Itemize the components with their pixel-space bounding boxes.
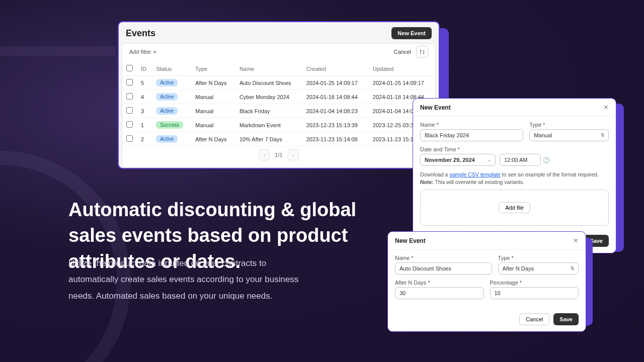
new-event-button[interactable]: New Event xyxy=(391,27,432,39)
modal2-type-label: Type * xyxy=(498,255,579,261)
cell-type: After N Days xyxy=(191,76,235,90)
col-updated: Updated xyxy=(369,62,435,76)
row-checkbox[interactable] xyxy=(126,121,133,128)
add-filter-label: Add filter xyxy=(129,49,151,55)
table-row[interactable]: 5 Active After N Days Auto Discount Shoe… xyxy=(122,76,435,90)
cell-name: Auto Discount Shoes xyxy=(235,76,302,90)
file-dropzone[interactable]: Add file xyxy=(420,190,609,226)
status-badge: Active xyxy=(156,107,178,115)
events-title: Events xyxy=(126,28,155,39)
cell-created: 2024-01-04 14:08:23 xyxy=(302,104,369,118)
cell-type: Manual xyxy=(191,90,235,104)
cell-id: 4 xyxy=(137,90,152,104)
modal2-close-button[interactable]: ✕ xyxy=(573,237,579,244)
clock-icon: 🕐 xyxy=(543,157,550,163)
cell-created: 2023-11-23 15:14:08 xyxy=(302,132,369,146)
events-table: ID Status Type Name Created Updated 5 Ac… xyxy=(122,62,435,146)
marketing-subtext: Utilize the product data inputted on you… xyxy=(68,255,300,304)
col-status: Status xyxy=(152,62,191,76)
bg-decor-bar xyxy=(0,46,116,56)
modal2-name-label: Name * xyxy=(395,255,492,261)
cell-id: 2 xyxy=(137,132,152,146)
status-badge: Active xyxy=(156,135,178,143)
status-badge: Active xyxy=(156,79,178,86)
cell-name: 10% After 7 Days xyxy=(235,132,302,146)
cell-id: 5 xyxy=(137,76,152,90)
modal2-pct-label: Percentage * xyxy=(490,280,579,286)
modal1-helper-text: Download a sample CSV template to see an… xyxy=(420,171,609,186)
modal2-type-select[interactable]: After N Days xyxy=(498,262,579,275)
pager: ‹ 1/1 › xyxy=(125,146,432,161)
modal2-name-input[interactable] xyxy=(395,262,492,275)
status-badge: Success xyxy=(156,121,183,129)
modal1-close-button[interactable]: ✕ xyxy=(603,104,609,111)
modal1-date-label: Date and Time * xyxy=(420,146,609,152)
table-row[interactable]: 4 Active Manual Cyber Monday 2024 2024-0… xyxy=(122,90,435,104)
cell-created: 2024-01-25 14:09:17 xyxy=(302,76,369,90)
cell-name: Black Friday xyxy=(235,104,302,118)
cell-type: Manual xyxy=(191,104,235,118)
plus-icon: + xyxy=(153,49,156,55)
row-checkbox[interactable] xyxy=(126,135,133,142)
modal1-title: New Event xyxy=(420,104,451,111)
modal1-date-select[interactable]: November 29, 2024 xyxy=(420,154,496,166)
pager-next-button[interactable]: › xyxy=(288,149,299,160)
add-file-button[interactable]: Add file xyxy=(499,202,530,213)
col-id: ID xyxy=(137,62,152,76)
modal2-after-label: After N Days * xyxy=(395,280,484,286)
table-row[interactable]: 2 Active After N Days 10% After 7 Days 2… xyxy=(122,132,435,146)
events-card: Events New Event Add filter + Cancel ID … xyxy=(118,21,440,169)
new-event-modal-afterndays: New Event ✕ Name * Type * After N Days ⇅… xyxy=(387,231,586,332)
new-event-modal-manual: New Event ✕ Name * Type * Manual ⇅ Date … xyxy=(413,98,616,253)
modal2-after-input[interactable] xyxy=(395,287,484,299)
modal1-time-input[interactable] xyxy=(500,154,541,166)
modal2-pct-input[interactable] xyxy=(490,287,579,299)
row-checkbox[interactable] xyxy=(126,79,133,85)
cell-type: Manual xyxy=(191,118,235,132)
row-checkbox[interactable] xyxy=(126,93,133,100)
add-filter-button[interactable]: Add filter + xyxy=(129,49,156,55)
status-badge: Active xyxy=(156,93,178,101)
cell-created: 2024-01-18 14:08:44 xyxy=(302,90,369,104)
col-type: Type xyxy=(191,62,235,76)
row-checkbox[interactable] xyxy=(126,107,133,114)
modal2-save-button[interactable]: Save xyxy=(553,313,579,325)
sort-button[interactable] xyxy=(416,46,428,58)
table-row[interactable]: 1 Success Manual Markdown Event 2023-12-… xyxy=(122,118,435,132)
cell-name: Cyber Monday 2024 xyxy=(235,90,302,104)
col-name: Name xyxy=(235,62,302,76)
col-created: Created xyxy=(302,62,369,76)
modal1-type-label: Type * xyxy=(529,122,609,128)
modal1-name-input[interactable] xyxy=(420,129,523,141)
sort-icon xyxy=(419,49,425,55)
cell-id: 1 xyxy=(137,118,152,132)
modal1-name-label: Name * xyxy=(420,122,523,128)
modal2-cancel-button[interactable]: Cancel xyxy=(519,313,549,325)
cell-created: 2023-12-23 15:13:39 xyxy=(302,118,369,132)
cell-type: After N Days xyxy=(191,132,235,146)
modal1-type-select[interactable]: Manual xyxy=(529,129,609,141)
table-row[interactable]: 3 Active Manual Black Friday 2024-01-04 … xyxy=(122,104,435,118)
cell-name: Markdown Event xyxy=(235,118,302,132)
cell-id: 3 xyxy=(137,104,152,118)
select-all-checkbox[interactable] xyxy=(126,65,133,71)
pager-text: 1/1 xyxy=(275,152,282,158)
csv-template-link[interactable]: sample CSV template xyxy=(449,171,501,177)
pager-prev-button[interactable]: ‹ xyxy=(259,149,270,160)
cell-updated: 2024-01-25 14:09:17 xyxy=(369,76,435,90)
toolbar-cancel-button[interactable]: Cancel xyxy=(394,49,411,55)
